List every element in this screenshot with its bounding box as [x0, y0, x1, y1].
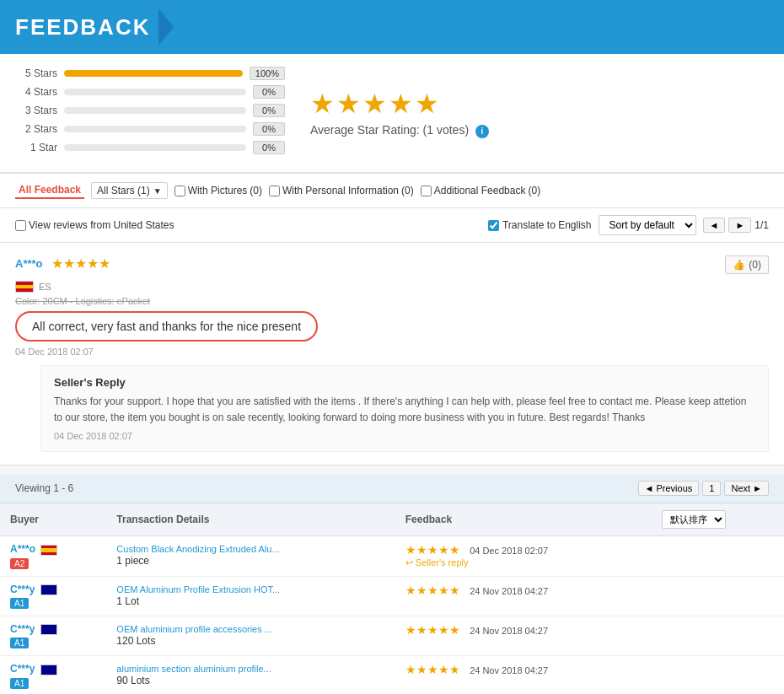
table-row: A***o A2 Custom Black Anodizing Extruded… — [0, 536, 784, 576]
transaction-link[interactable]: OEM aluminium profile accessories ... — [116, 624, 272, 634]
rating-row: 3 Stars 0% — [15, 104, 285, 117]
feedback-cell: ★★★★★ 24 Nov 2018 04:27 — [395, 656, 652, 694]
next-page-button[interactable]: ► — [728, 218, 751, 233]
reviewer-flag-icon — [15, 281, 34, 293]
additional-feedback-filter[interactable]: Additional Feedback (0) — [421, 185, 540, 196]
rating-label: 3 Stars — [15, 105, 57, 116]
info-icon[interactable]: i — [475, 125, 489, 138]
row-date: 04 Dec 2018 02:07 — [470, 546, 548, 556]
table-header-bar: Viewing 1 - 6 ◄ Previous 1 Next ► — [0, 474, 784, 503]
review-date: 04 Dec 2018 02:07 — [15, 347, 769, 357]
table-pagination: ◄ Previous 1 Next ► — [638, 481, 769, 496]
row-stars: ★★★★★ — [405, 663, 460, 676]
col-transaction: Transaction Details — [106, 503, 395, 536]
all-feedback-filter[interactable]: All Feedback — [15, 182, 84, 199]
pct-badge: 100% — [250, 67, 285, 80]
seller-reply-date: 04 Dec 2018 02:07 — [54, 431, 755, 441]
view-reviews-filter[interactable]: View reviews from United States — [15, 219, 175, 231]
transaction-link[interactable]: OEM Aluminum Profile Extrusion HOT... — [116, 584, 280, 594]
feedback-table-section: Viewing 1 - 6 ◄ Previous 1 Next ► Buyer … — [0, 474, 784, 694]
row-date: 24 Nov 2018 04:27 — [470, 665, 548, 675]
feedback-sort-select[interactable]: 默认排序 — [662, 510, 726, 529]
feedback-header: FEEDBACK — [0, 0, 784, 54]
rating-label: 2 Stars — [15, 123, 57, 135]
seller-reply-link[interactable]: ↩ Seller's reply — [405, 557, 469, 568]
sort-cell — [652, 656, 784, 694]
rating-row: 2 Stars 0% — [15, 122, 285, 136]
header-chevron-icon — [158, 8, 174, 46]
buyer-level: A2 — [10, 558, 29, 569]
reviewer-info: A***o ★★★★★ — [15, 256, 110, 272]
view-reviews-checkbox[interactable] — [15, 220, 26, 231]
rating-summary: ★★★★★ Average Star Rating: (1 votes) i — [310, 67, 489, 159]
quantity: 120 Lots — [116, 635, 155, 647]
like-button[interactable]: 👍 (0) — [725, 256, 769, 274]
pct-badge: 0% — [253, 85, 285, 99]
feedback-cell: ★★★★★ 24 Nov 2018 04:27 — [395, 576, 652, 616]
col-feedback: Feedback — [395, 503, 652, 536]
table-prev-button[interactable]: ◄ Previous — [638, 481, 700, 496]
transaction-link[interactable]: aluminium section aluminium profile... — [116, 664, 271, 674]
seller-reply-block: Seller's Reply Thanks for your support. … — [40, 365, 769, 452]
with-personal-checkbox[interactable] — [269, 186, 280, 196]
pct-badge: 0% — [253, 141, 285, 154]
review-card: A***o ★★★★★ 👍 (0) ES Color: 20CM - Logis… — [0, 243, 784, 465]
translate-filter[interactable]: Translate to English — [488, 219, 592, 231]
sort-cell — [652, 616, 784, 656]
table-row: C***y A1 aluminium section aluminium pro… — [0, 656, 784, 694]
sort-cell — [652, 576, 784, 616]
all-stars-dropdown[interactable]: All Stars (1) ▼ — [91, 182, 168, 199]
additional-feedback-checkbox[interactable] — [421, 186, 432, 196]
filter-row2-left: View reviews from United States — [15, 219, 175, 231]
seller-reply-text: Thanks for your support. I hope that you… — [54, 394, 755, 426]
rating-row: 4 Stars 0% — [15, 85, 285, 99]
buyer-flag-icon — [40, 545, 57, 556]
transaction-link[interactable]: Custom Black Anodizing Extruded Alu... — [116, 544, 279, 554]
rating-label: 1 Star — [15, 142, 57, 153]
buyer-flag-icon — [40, 664, 57, 675]
buyer-level: A1 — [10, 678, 29, 689]
viewing-text: Viewing 1 - 6 — [15, 482, 73, 494]
with-pictures-filter[interactable]: With Pictures (0) — [175, 185, 262, 196]
table-page-button[interactable]: 1 — [702, 481, 721, 496]
table-next-button[interactable]: Next ► — [724, 481, 769, 496]
filter-row2-right: Translate to English Sort by default Sor… — [488, 215, 769, 235]
buyer-flag-icon — [40, 624, 57, 635]
with-personal-filter[interactable]: With Personal Information (0) — [269, 185, 414, 196]
pagination-top: ◄ ► 1/1 — [703, 218, 769, 233]
prev-page-button[interactable]: ◄ — [703, 218, 726, 233]
rating-section: 5 Stars 100% 4 Stars 0% 3 Stars 0% 2 Sta… — [0, 54, 784, 173]
buyer-level: A1 — [10, 638, 29, 648]
quantity: 1 Lot — [116, 595, 139, 607]
buyer-flag-icon — [40, 584, 57, 595]
product-info: Color: 20CM - Logistics: ePacket — [15, 296, 769, 306]
buyer-name: C***y — [10, 663, 35, 675]
feedback-cell: ★★★★★ 04 Dec 2018 02:07 ↩ Seller's reply — [395, 536, 652, 576]
with-pictures-checkbox[interactable] — [175, 186, 185, 196]
seller-reply-title: Seller's Reply — [54, 376, 755, 389]
reviewer-name: A***o — [15, 257, 43, 270]
row-date: 24 Nov 2018 04:27 — [470, 586, 548, 596]
quantity: 1 piece — [116, 555, 149, 567]
quantity: 90 Lots — [116, 675, 149, 686]
pct-badge: 0% — [253, 122, 285, 136]
buyer-level: A1 — [10, 598, 29, 609]
rating-row: 5 Stars 100% — [15, 67, 285, 80]
bar-fill — [64, 70, 243, 77]
sort-cell — [652, 536, 784, 576]
rating-bars: 5 Stars 100% 4 Stars 0% 3 Stars 0% 2 Sta… — [15, 67, 285, 159]
sort-dropdown[interactable]: Sort by default Sort by date Sort by sta… — [599, 215, 696, 235]
page-title: FEEDBACK — [15, 14, 150, 40]
row-date: 24 Nov 2018 04:27 — [470, 626, 548, 636]
average-stars: ★★★★★ — [310, 88, 489, 120]
bar-track — [64, 107, 246, 114]
buyer-name: C***y — [10, 584, 35, 595]
translate-checkbox[interactable] — [488, 220, 499, 231]
bar-track — [64, 89, 246, 95]
buyer-cell: C***y A1 — [0, 656, 106, 694]
buyer-cell: A***o A2 — [0, 536, 106, 576]
transaction-cell: aluminium section aluminium profile... 9… — [106, 656, 395, 694]
row-stars: ★★★★★ — [405, 543, 460, 557]
buyer-cell: C***y A1 — [0, 576, 106, 616]
reviewer-lang: ES — [39, 282, 51, 292]
